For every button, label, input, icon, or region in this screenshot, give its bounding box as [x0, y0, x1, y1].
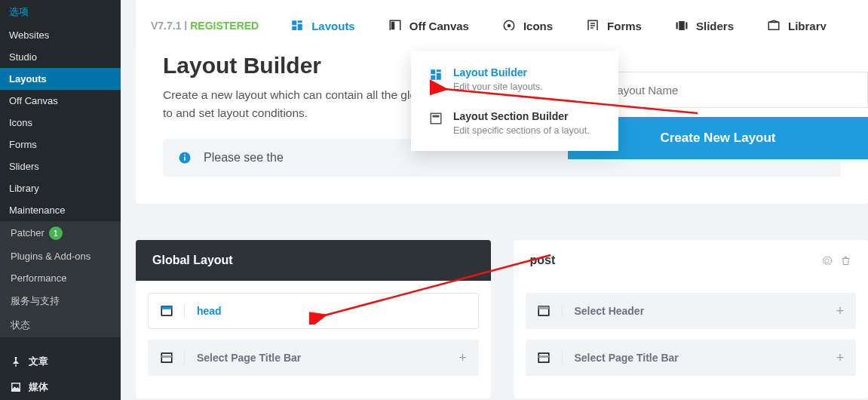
- post-slot-header[interactable]: Select Header +: [526, 293, 857, 329]
- dropdown-layout-builder[interactable]: Layout Builder Edit your site layouts.: [411, 57, 618, 101]
- sidebar-item-icons[interactable]: Icons: [0, 112, 121, 134]
- main-area: Layout Builder Create a new layout which…: [121, 0, 868, 400]
- sidebar-item-studio[interactable]: Studio: [0, 46, 121, 68]
- post-card-header: post: [514, 240, 869, 281]
- photo-icon: [9, 380, 23, 394]
- svg-rect-22: [431, 113, 441, 124]
- layout-cards: Global Layout head Select Page Title Bar…: [136, 240, 868, 398]
- svg-rect-16: [679, 21, 685, 30]
- svg-rect-19: [437, 69, 441, 72]
- section-icon: [429, 112, 443, 125]
- sidebar-item-posts[interactable]: 文章: [0, 349, 121, 374]
- sidebar-item-websites[interactable]: Websites: [0, 24, 121, 46]
- dropdown-section-builder[interactable]: Layout Section Builder Edit specific sec…: [411, 101, 618, 145]
- sidebar-sub-status[interactable]: 状态: [0, 313, 121, 337]
- gear-icon[interactable]: [821, 255, 833, 266]
- svg-rect-29: [538, 306, 549, 309]
- patcher-badge: 1: [49, 226, 63, 240]
- sidebar-item-sliders[interactable]: Sliders: [0, 155, 121, 177]
- sidebar-sub-support[interactable]: 服务与支持: [0, 289, 121, 313]
- sidebar-item-options[interactable]: 选项: [0, 0, 121, 24]
- header-icon: [537, 304, 551, 318]
- svg-rect-4: [298, 20, 302, 23]
- pin-icon: [9, 355, 23, 368]
- svg-rect-21: [431, 75, 435, 80]
- svg-rect-25: [161, 306, 172, 309]
- svg-rect-17: [686, 23, 687, 29]
- global-card-header: Global Layout: [136, 240, 491, 281]
- svg-rect-3: [292, 20, 296, 25]
- sidebar-sub-patcher[interactable]: Patcher1: [0, 221, 121, 245]
- svg-point-10: [508, 24, 511, 28]
- sidebar-item-layouts[interactable]: Layouts: [0, 68, 121, 90]
- svg-rect-15: [676, 23, 677, 29]
- titlebar-icon: [537, 351, 551, 365]
- trash-icon[interactable]: [840, 255, 851, 266]
- global-slot-head[interactable]: head: [148, 293, 479, 329]
- svg-rect-31: [538, 355, 549, 358]
- header-icon: [160, 304, 173, 318]
- svg-rect-8: [391, 22, 394, 30]
- svg-rect-27: [161, 355, 172, 358]
- svg-rect-2: [184, 155, 186, 156]
- post-slot-ptb[interactable]: Select Page Title Bar +: [526, 340, 857, 376]
- global-layout-card: Global Layout head Select Page Title Bar…: [136, 240, 491, 398]
- layout-icon: [429, 68, 443, 82]
- add-icon[interactable]: +: [825, 350, 855, 366]
- sidebar-item-maintenance[interactable]: Maintenance: [0, 199, 121, 221]
- admin-sidebar: 选项 Websites Studio Layouts Off Canvas Ic…: [0, 0, 121, 400]
- sidebar-sub-plugins[interactable]: Plugins & Add-ons: [0, 245, 121, 267]
- layouts-dropdown: Layout Builder Edit your site layouts. L…: [411, 51, 618, 151]
- svg-rect-1: [184, 157, 186, 161]
- add-icon[interactable]: +: [448, 350, 478, 366]
- sidebar-item-offcanvas[interactable]: Off Canvas: [0, 90, 121, 112]
- sidebar-item-media[interactable]: 媒体: [0, 374, 121, 400]
- svg-rect-18: [431, 69, 435, 74]
- global-slot-ptb[interactable]: Select Page Title Bar +: [148, 340, 479, 376]
- sidebar-sub-performance[interactable]: Performance: [0, 267, 121, 289]
- info-icon: [178, 151, 192, 165]
- titlebar-icon: [160, 351, 173, 365]
- add-icon[interactable]: +: [825, 303, 855, 319]
- post-layout-card: post Select Header + Select Page Title B…: [514, 240, 869, 398]
- sidebar-item-forms[interactable]: Forms: [0, 134, 121, 155]
- sidebar-item-library[interactable]: Library: [0, 177, 121, 199]
- svg-rect-20: [437, 73, 441, 80]
- svg-rect-23: [433, 115, 440, 118]
